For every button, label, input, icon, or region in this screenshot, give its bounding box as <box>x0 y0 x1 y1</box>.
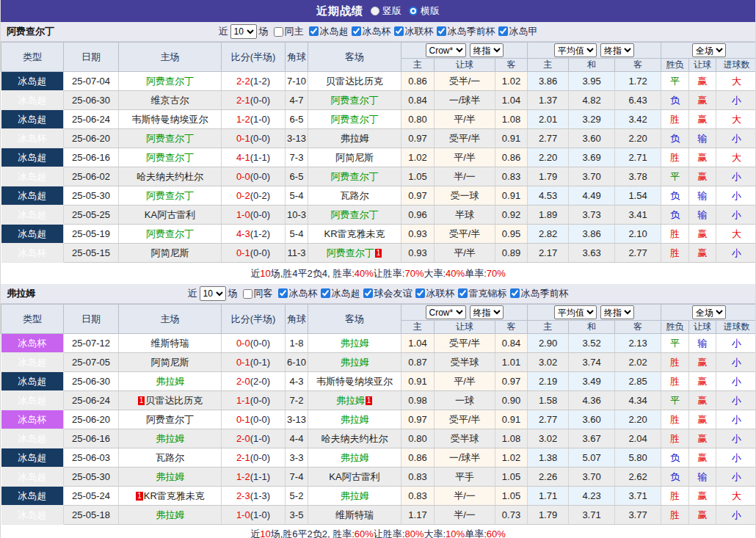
odds-stage-select[interactable]: 终指 <box>470 43 504 57</box>
away-team-name[interactable]: 弗拉姆 <box>341 452 369 463</box>
home-team-name[interactable]: 阿费查尔丁 <box>146 152 194 163</box>
odds-stage-select[interactable]: 终指 <box>470 305 504 319</box>
home-team-name[interactable]: 阿费查尔丁 <box>146 414 194 425</box>
radio-checked-icon[interactable] <box>409 7 418 15</box>
league-filter[interactable]: 雷克锦标 <box>455 287 507 300</box>
scope-select[interactable]: 全场 <box>692 43 726 57</box>
halftime-score: (0-1) <box>250 357 270 368</box>
league-checkbox[interactable] <box>352 26 361 36</box>
league-filter[interactable]: 冰岛季前杯 <box>434 25 495 38</box>
goals-result-cell: 大 <box>716 110 756 129</box>
goals-result-cell: 小 <box>716 391 756 410</box>
layout-radio-horizontal[interactable]: 横版 <box>409 4 440 18</box>
league-checkbox[interactable] <box>458 288 468 298</box>
league-checkbox[interactable] <box>498 26 508 36</box>
league-filter[interactable]: 冰岛超 <box>306 25 349 38</box>
league-checkbox[interactable] <box>321 288 330 298</box>
away-team-name[interactable]: 弗拉姆 <box>341 490 369 501</box>
crow-away-odds: 1.01 <box>495 353 528 372</box>
home-team-name[interactable]: 弗拉姆 <box>156 433 184 444</box>
league-filter[interactable]: 冰联杯 <box>412 287 455 300</box>
home-team-name[interactable]: 阿费查尔丁 <box>146 228 194 239</box>
league-filter[interactable]: 冰联杯 <box>391 25 434 38</box>
home-team-name[interactable]: 阿简尼斯 <box>151 247 189 258</box>
league-filter[interactable]: 冰岛杯 <box>349 25 391 38</box>
home-team-name[interactable]: 阿费查尔丁 <box>146 133 194 144</box>
corner-cell: 5-4 <box>286 186 308 206</box>
home-team-name[interactable]: 弗拉姆 <box>156 471 184 482</box>
away-team-name[interactable]: 阿费查尔丁 <box>331 95 379 106</box>
away-team-name[interactable]: 阿费查尔丁 <box>331 171 379 182</box>
home-team-name[interactable]: 弗拉姆 <box>156 376 184 387</box>
home-team-name[interactable]: 维斯特瑞 <box>151 338 189 349</box>
league-filter[interactable]: 冰岛甲 <box>495 25 538 38</box>
away-team-name[interactable]: 弗拉姆 <box>341 414 369 425</box>
avg-home-odds: 2.19 <box>528 372 569 391</box>
home-team-name[interactable]: 维京古尔 <box>151 95 189 106</box>
away-team-name[interactable]: 弗拉姆 <box>341 338 369 349</box>
bookmaker-select[interactable]: Crow* <box>426 305 466 319</box>
radio-icon[interactable] <box>371 7 379 15</box>
avg-home-odds: 1.79 <box>528 167 569 186</box>
league-filter[interactable]: 冰岛季前杯 <box>507 287 569 300</box>
home-team-name[interactable]: KR雷克雅未克 <box>144 490 205 501</box>
handicap-result-cell: 赢 <box>689 148 716 167</box>
league-checkbox[interactable] <box>415 288 425 298</box>
home-team-name[interactable]: 阿费查尔丁 <box>146 76 194 87</box>
away-team-name[interactable]: 阿费查尔丁 <box>327 247 374 258</box>
away-team-name[interactable]: 弗拉姆 <box>336 395 365 406</box>
same-venue-checkbox[interactable] <box>274 27 283 37</box>
away-team-name[interactable]: 弗拉姆 <box>341 357 369 368</box>
result-cell: 负 <box>661 468 689 487</box>
away-team-name[interactable]: 阿费查尔丁 <box>331 114 379 125</box>
away-team-name[interactable]: 哈夫纳夫约杜尔 <box>321 433 388 444</box>
bookmaker-select[interactable]: Crow* <box>426 43 466 57</box>
table-row: 冰岛超25-06-30弗拉姆2-0(2-0)4-3韦斯特曼纳埃亚尔0.91平/半… <box>1 372 756 391</box>
summary-text: 单率: <box>465 267 487 280</box>
home-team-name[interactable]: 瓦路尔 <box>156 452 184 463</box>
home-team-name[interactable]: 哈夫纳夫约杜尔 <box>137 171 203 182</box>
home-team-name[interactable]: 弗拉姆 <box>156 509 184 520</box>
same-venue-label: 同主 <box>285 25 304 38</box>
away-team-name[interactable]: 维斯特瑞 <box>335 509 374 520</box>
league-checkbox[interactable] <box>437 26 446 36</box>
away-team-name[interactable]: 阿费查尔丁 <box>331 209 379 220</box>
away-team-name[interactable]: 阿简尼斯 <box>335 152 374 163</box>
handicap-result-cell: 输 <box>689 186 716 206</box>
league-filter[interactable]: 球会友谊 <box>360 287 412 300</box>
layout-radio-vertical[interactable]: 竖版 <box>371 4 401 18</box>
average-select[interactable]: 平均值 <box>554 43 597 57</box>
away-team-name[interactable]: 韦斯特曼纳埃亚尔 <box>316 376 393 387</box>
home-team-name[interactable]: 阿费查尔丁 <box>146 190 194 201</box>
crow-handicap-header: 让球 <box>435 59 495 72</box>
avg-home-odds: 3.02 <box>528 353 569 372</box>
league-checkbox[interactable] <box>309 26 319 36</box>
league-checkbox[interactable] <box>278 288 288 298</box>
same-venue-filter[interactable]: 同客 <box>240 287 273 300</box>
match-count-select[interactable]: 10 <box>230 24 257 39</box>
league-filter[interactable]: 冰岛杯 <box>275 287 318 300</box>
away-team-name[interactable]: KA阿古雷利 <box>329 471 379 482</box>
average-select[interactable]: 平均值 <box>554 305 597 319</box>
odds-stage-select2[interactable]: 终指 <box>600 305 634 319</box>
same-venue-filter[interactable]: 同主 <box>271 25 304 38</box>
home-team-name[interactable]: 贝雷达比历克 <box>145 395 203 406</box>
league-filter[interactable]: 冰岛超 <box>318 287 360 300</box>
away-team-name[interactable]: 瓦路尔 <box>341 190 369 201</box>
away-team-name[interactable]: 弗拉姆 <box>341 133 369 144</box>
match-count-select[interactable]: 10 <box>200 286 226 301</box>
result-cell: 胜 <box>661 244 689 263</box>
league-checkbox[interactable] <box>394 26 404 36</box>
away-team-name[interactable]: KR雷克雅未克 <box>324 228 385 239</box>
league-checkbox[interactable] <box>510 288 520 298</box>
same-venue-label: 同客 <box>254 287 273 300</box>
odds-stage-select2[interactable]: 终指 <box>600 43 634 57</box>
home-team-name[interactable]: 韦斯特曼纳埃亚尔 <box>132 114 208 125</box>
home-team-name[interactable]: 阿简尼斯 <box>151 357 189 368</box>
scope-select[interactable]: 全场 <box>692 305 726 319</box>
away-team-name[interactable]: 贝雷达比历克 <box>326 76 383 87</box>
same-venue-checkbox[interactable] <box>243 289 252 299</box>
home-team-name[interactable]: KA阿古雷利 <box>145 209 195 220</box>
league-checkbox[interactable] <box>363 288 373 298</box>
corner-cell: 7-3 <box>286 148 308 167</box>
